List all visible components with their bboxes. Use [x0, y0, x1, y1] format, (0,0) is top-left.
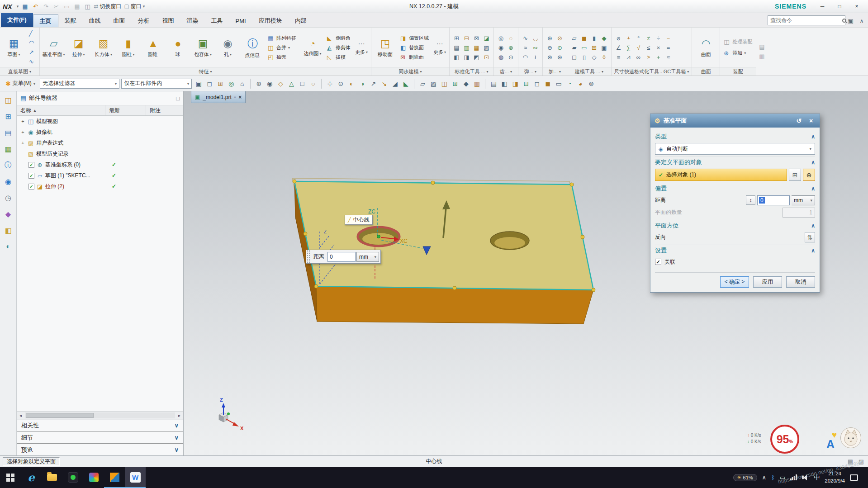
- tool-icon[interactable]: ▰: [569, 43, 579, 52]
- group-label-gear[interactable]: 齿...▾: [494, 67, 518, 76]
- sync-small-button[interactable]: ⊠ 删除面: [398, 52, 431, 62]
- ribbon-tab[interactable]: 分析: [132, 14, 156, 27]
- tool-icon[interactable]: ◧: [452, 52, 461, 62]
- taskbar-app[interactable]: [83, 467, 104, 488]
- tool-icon[interactable]: △: [286, 79, 296, 89]
- tool-icon[interactable]: ≈: [664, 52, 673, 62]
- feature-small-button[interactable]: ◰ 抽壳: [266, 52, 300, 62]
- bluetooth-icon[interactable]: ᛒ: [771, 474, 775, 481]
- sketch-tool-button[interactable]: ↗: [27, 47, 38, 57]
- tool-icon[interactable]: ◎: [226, 79, 236, 89]
- resource-bar-icon[interactable]: ◧: [3, 225, 13, 235]
- reverse-direction-button[interactable]: ⇅: [805, 232, 815, 242]
- tool-icon[interactable]: ⊛: [555, 52, 564, 62]
- tool-icon[interactable]: ○: [308, 79, 318, 89]
- brightness-pill[interactable]: ☀61%: [733, 474, 757, 481]
- collapsed-panel[interactable]: 细节 ∨: [17, 431, 183, 443]
- taskbar-nx[interactable]: [104, 467, 125, 488]
- tool-icon[interactable]: ⊗: [545, 52, 555, 62]
- tool-icon[interactable]: ▥: [472, 79, 482, 89]
- command-search[interactable]: ▾: [768, 15, 845, 25]
- tool-icon[interactable]: ▨: [482, 43, 491, 52]
- sketch-button[interactable]: ▦ 草图▾: [1, 28, 26, 66]
- tool-icon[interactable]: ◪: [482, 33, 491, 43]
- search-icon[interactable]: [842, 19, 846, 23]
- tool-icon[interactable]: ◊: [599, 52, 609, 62]
- cancel-button[interactable]: 取消: [786, 276, 815, 288]
- tool-icon[interactable]: ≤: [644, 43, 653, 52]
- taskbar-messenger[interactable]: [62, 467, 83, 488]
- collapse-chevron-icon[interactable]: ∧: [811, 185, 815, 192]
- image-tool-icon[interactable]: ▨: [857, 457, 865, 465]
- onscreen-distance-input[interactable]: 距离 0 mm ▾: [306, 250, 381, 264]
- annotation-letter-overlay[interactable]: A: [826, 438, 835, 451]
- group-label-surface[interactable]: 曲面: [692, 67, 720, 76]
- taskbar-explorer[interactable]: [42, 467, 62, 488]
- tool-icon[interactable]: ⊙: [506, 52, 516, 62]
- ribbon-tab[interactable]: 工具: [205, 14, 229, 27]
- tree-row[interactable]: +◉摄像机: [17, 127, 183, 137]
- expander-icon[interactable]: +: [20, 140, 25, 146]
- collapse-chevron-icon[interactable]: ∧: [811, 133, 815, 140]
- tool-icon[interactable]: ◩: [472, 52, 481, 62]
- tool-icon[interactable]: ⊿: [624, 52, 633, 62]
- section-orientation[interactable]: 平面方位 ∧: [655, 220, 815, 231]
- battery-percent-badge[interactable]: 95%: [770, 425, 799, 454]
- action-center-icon[interactable]: [850, 474, 858, 481]
- point-dialog-button[interactable]: ⊕: [803, 169, 815, 181]
- tool-icon[interactable]: ÷: [654, 33, 663, 43]
- tool-icon[interactable]: ⌀: [614, 33, 623, 43]
- tool-icon[interactable]: ↘: [379, 79, 389, 89]
- tool-icon[interactable]: ⊡: [482, 52, 491, 62]
- tool-icon[interactable]: ◻: [569, 52, 579, 62]
- process-assembly-button[interactable]: ◫ 处理装配: [721, 37, 754, 47]
- tool-icon[interactable]: ▱: [417, 79, 427, 89]
- feature-button[interactable]: ▮ 圆柱▾: [116, 28, 141, 66]
- qat-icon[interactable]: ↷: [42, 3, 49, 10]
- add-new-set-button[interactable]: ⊞: [789, 169, 801, 181]
- tool-icon[interactable]: ⊙: [555, 43, 564, 52]
- associative-checkbox[interactable]: ✓: [655, 259, 661, 265]
- tool-icon[interactable]: ◼: [543, 79, 553, 89]
- tool-icon[interactable]: ↗: [368, 79, 378, 89]
- tool-icon[interactable]: ≡: [614, 52, 623, 62]
- tool-icon[interactable]: ⊞: [450, 79, 460, 89]
- select-object-field[interactable]: ✓ 选择对象 (1): [655, 169, 787, 181]
- start-button[interactable]: [0, 467, 21, 488]
- group-label-synchronous[interactable]: 同步建模▾: [371, 67, 449, 76]
- group-label-modeling-tools[interactable]: 建模工具 ...▾: [567, 67, 611, 76]
- tool-icon[interactable]: ◉: [496, 43, 506, 52]
- tool-icon[interactable]: ▯: [579, 52, 589, 62]
- type-dropdown[interactable]: ◈ 自动判断 ▾: [655, 143, 815, 155]
- column-latest[interactable]: 最新: [105, 105, 146, 115]
- collapse-chevron-icon[interactable]: ∧: [811, 223, 815, 229]
- tool-icon[interactable]: ⊘: [555, 33, 564, 43]
- resource-bar-icon[interactable]: ⊞: [3, 111, 13, 121]
- tool-icon[interactable]: ◨: [510, 79, 520, 89]
- tool-icon[interactable]: ▦: [472, 43, 481, 52]
- tool-icon[interactable]: ▥: [462, 43, 471, 52]
- selection-scope-dropdown[interactable]: 仅在工作部件内 ▾: [121, 79, 192, 89]
- tool-icon[interactable]: ◎: [496, 33, 506, 43]
- scrollbar-thumb[interactable]: [26, 413, 94, 418]
- collapse-chevron-icon[interactable]: ∧: [811, 247, 815, 254]
- ribbon-tab[interactable]: PMI: [229, 14, 252, 27]
- tool-icon[interactable]: ◐: [346, 79, 356, 89]
- switch-window-button[interactable]: ⇄切换窗口: [94, 3, 121, 10]
- surface-button[interactable]: ◠ 曲面: [693, 28, 718, 66]
- tool-icon[interactable]: ▥: [759, 53, 764, 60]
- feature-more-button[interactable]: ⋯ 更多▾: [353, 28, 370, 66]
- tool-icon[interactable]: ◇: [589, 52, 599, 62]
- feature-button[interactable]: ⓘ 点信息: [240, 28, 265, 66]
- feature-small-button[interactable]: ◫ 合并 ▾: [266, 43, 300, 52]
- tool-icon[interactable]: ≥: [644, 52, 653, 62]
- tool-icon[interactable]: ◕: [575, 79, 585, 89]
- network-signal-icon[interactable]: [790, 474, 797, 480]
- checkbox-checked-icon[interactable]: ✓: [28, 173, 34, 179]
- group-label-feature[interactable]: 特征▾: [40, 67, 371, 76]
- tool-icon[interactable]: =: [664, 43, 673, 52]
- feature-button[interactable]: ◪ 拉伸▾: [66, 28, 91, 66]
- ime-indicator[interactable]: 中: [814, 474, 820, 482]
- tree-row[interactable]: +▨用户表达式: [17, 137, 183, 148]
- tool-icon[interactable]: ±: [624, 33, 633, 43]
